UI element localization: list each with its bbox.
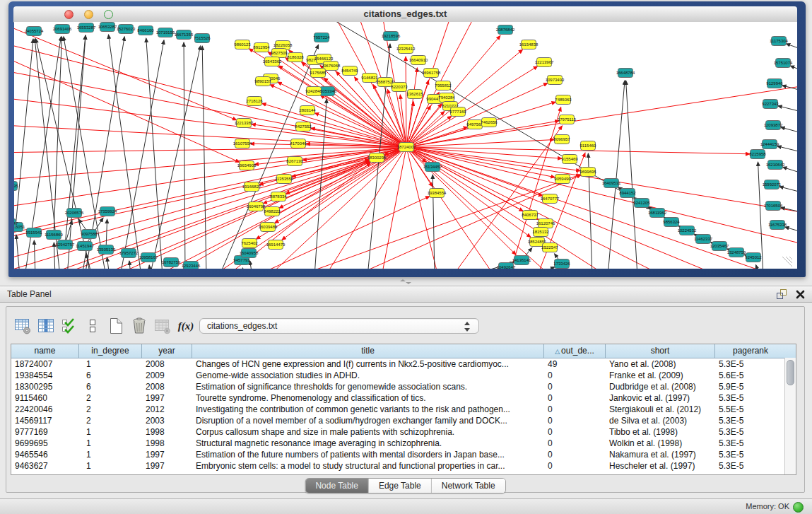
graph-edge[interactable] <box>14 40 406 147</box>
window-titlebar[interactable]: citations_edges.txt <box>13 6 797 23</box>
graph-edge[interactable] <box>184 42 185 269</box>
graph-edge[interactable] <box>16 235 20 269</box>
graph-node-label: 19654903 <box>237 163 257 168</box>
column-header-in_degree[interactable]: in_degree <box>79 344 142 358</box>
graph-edge[interactable] <box>14 50 240 163</box>
graph-edge[interactable] <box>755 264 760 269</box>
graph-edge[interactable] <box>320 95 406 147</box>
zoom-button[interactable] <box>104 10 113 19</box>
graph-node-label: 16648784 <box>616 71 635 75</box>
graph-node-label: 15466123 <box>314 57 334 61</box>
table-row[interactable]: 1456911722003Disruption of a novel membe… <box>11 415 796 426</box>
graph-node-label: 9097588 <box>81 232 98 236</box>
delete-column-button[interactable] <box>130 316 148 336</box>
graph-edge[interactable] <box>107 257 110 269</box>
table-settings-button[interactable] <box>13 316 32 336</box>
table-row[interactable]: 946554611997Estimation of the future num… <box>11 449 796 460</box>
graph-node-label: 9699695 <box>579 170 596 174</box>
minimize-button[interactable] <box>84 10 93 19</box>
graph-node-label: 12093872 <box>764 123 783 127</box>
function-builder-button[interactable]: f(x) <box>177 316 195 336</box>
column-header-pagerank[interactable]: pagerank <box>715 344 786 358</box>
graph-edge[interactable] <box>406 147 664 269</box>
graph-edge[interactable] <box>242 268 244 269</box>
new-column-button[interactable] <box>107 316 125 336</box>
graph-edge[interactable] <box>406 147 797 245</box>
show-columns-button[interactable] <box>37 316 55 336</box>
graph-edge[interactable] <box>270 85 406 147</box>
table-row[interactable]: 977716911998Corpus callosum shape and si… <box>11 426 796 438</box>
graph-edge[interactable] <box>608 81 625 269</box>
graph-edge[interactable] <box>626 81 637 269</box>
tab-edge-table[interactable]: Edge Table <box>369 479 432 493</box>
select-columns-button[interactable] <box>60 316 78 336</box>
row-height-button[interactable] <box>83 316 102 336</box>
table-panel-title: Table Panel <box>7 286 52 303</box>
table-row[interactable]: 1872400712008Changes of HCN gene express… <box>11 358 796 370</box>
close-panel-icon[interactable] <box>796 290 805 299</box>
graph-edge[interactable] <box>778 106 797 112</box>
graph-edge[interactable] <box>406 147 516 255</box>
network-graph[interactable]: 2405572420691406165532871065328715276023… <box>14 22 797 269</box>
table-select-dropdown[interactable]: citations_edges.txt <box>199 318 479 334</box>
graph-node-label: 18226058 <box>273 43 293 47</box>
table-cell: 2009 <box>142 370 192 381</box>
table-scrollbar[interactable] <box>784 358 796 474</box>
float-window-icon[interactable] <box>776 288 787 300</box>
table-row[interactable]: 946362711997Embryonic stem cells: a mode… <box>11 460 796 472</box>
graph-edge[interactable] <box>108 35 141 269</box>
graph-node-label: 10973493 <box>546 78 565 82</box>
close-button[interactable] <box>64 10 73 19</box>
graph-edge[interactable] <box>34 240 35 269</box>
column-header-out_de[interactable]: △out_de... <box>544 344 606 358</box>
window-resize-grip[interactable] <box>782 257 792 267</box>
table-row[interactable]: 911546021997Tourette syndrome. Phenomeno… <box>11 392 796 404</box>
graph-edge[interactable] <box>406 66 538 147</box>
graph-node-label: 16961758 <box>422 71 441 75</box>
table-row[interactable]: 2242004622012Investigating the contribut… <box>11 404 796 415</box>
graph-edge[interactable] <box>406 57 406 147</box>
column-header-title[interactable]: title <box>192 344 544 358</box>
tab-network-table[interactable]: Network Table <box>432 479 505 493</box>
network-canvas[interactable]: 2405572420691406165532871065328715276023… <box>14 22 797 269</box>
graph-node-label: 19218596 <box>382 34 401 38</box>
graph-node-label: 16553287 <box>77 25 96 30</box>
graph-edge[interactable] <box>781 127 797 134</box>
graph-edge[interactable] <box>786 44 797 50</box>
column-header-short[interactable]: short <box>606 344 715 358</box>
column-header-name[interactable]: name <box>11 344 79 358</box>
delete-table-button[interactable] <box>153 316 172 336</box>
graph-node-label: 11451947 <box>76 244 95 248</box>
graph-edge[interactable] <box>406 86 797 147</box>
graph-node-label: 16512047 <box>14 221 18 226</box>
table-scrollbar-thumb[interactable] <box>787 360 794 385</box>
graph-edge[interactable] <box>54 37 62 235</box>
graph-edge[interactable] <box>782 167 797 174</box>
graph-edge[interactable] <box>406 83 548 147</box>
memory-status-indicator[interactable] <box>793 502 804 513</box>
panel-splitter-handle[interactable] <box>400 279 411 284</box>
graph-edge[interactable] <box>777 146 797 153</box>
table-row[interactable]: 1830029562008Estimation of significance … <box>11 381 796 392</box>
graph-edge[interactable] <box>790 66 797 71</box>
graph-node-label: 12923446 <box>182 264 201 268</box>
graph-edge[interactable] <box>149 265 151 269</box>
graph-edge[interactable] <box>16 39 33 227</box>
table-row[interactable]: 969969511998Structural magnetic resonanc… <box>11 438 796 449</box>
graph-node-label: 7625402 <box>241 241 258 245</box>
table-row[interactable]: 1938455462009Genome-wide association stu… <box>11 370 796 381</box>
graph-edge[interactable] <box>534 267 555 269</box>
graph-edge[interactable] <box>250 261 252 269</box>
column-header-year[interactable]: year <box>142 344 192 358</box>
table-cell: Hescheler et al. (1997) <box>606 460 715 472</box>
table-cell: 1998 <box>142 438 192 449</box>
graph-edge[interactable] <box>785 227 797 233</box>
graph-node-label: 11462337 <box>694 237 713 241</box>
graph-edge[interactable] <box>779 187 797 193</box>
graph-node-label: 16107554 <box>233 141 252 146</box>
graph-edge[interactable] <box>146 38 163 269</box>
tab-node-table[interactable]: Node Table <box>305 479 369 493</box>
graph-edge[interactable] <box>382 147 406 269</box>
graph-edge[interactable] <box>314 99 326 269</box>
graph-edge[interactable] <box>129 261 131 269</box>
